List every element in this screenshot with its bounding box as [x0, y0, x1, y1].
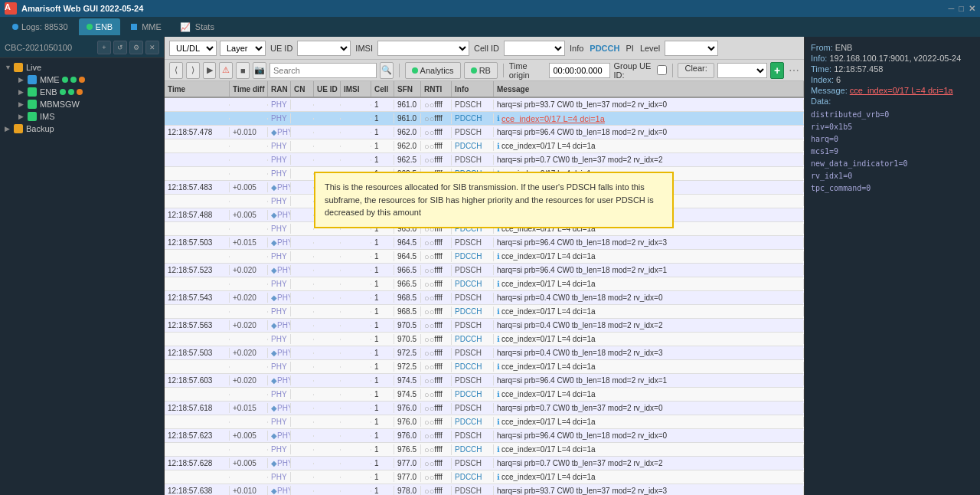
rb-btn[interactable]: RB [464, 62, 498, 79]
table-row[interactable]: PHY 1 970.5 ○○ffff PDCCH ℹ cce_index=0/1… [165, 333, 804, 346]
play-btn[interactable]: ▶ [203, 62, 217, 79]
diamond-icon: ◆ [271, 266, 277, 274]
td-timediff: +0.010 [230, 127, 268, 137]
time-origin-input[interactable] [549, 63, 610, 78]
tab-logs[interactable]: Logs: 88530 [5, 18, 76, 35]
td-sfn: 972.5 [394, 362, 421, 372]
td-ran: ◆ PHY [268, 458, 291, 468]
table-row[interactable]: 12:18:57.503 +0.015 ◆ PHY 1 964.5 ○○ffff… [165, 236, 804, 250]
table-row[interactable]: 12:18:57.628 +0.005 ◆ PHY 1 977.0 ○○ffff… [165, 457, 804, 470]
toolbar1: UL/DL Layer UE ID IMSI Cell ID Info PDCC… [165, 37, 804, 60]
table-row[interactable]: PHY 1 962.5 ○○ffff PDSCH harq=si prb=0.7… [165, 153, 804, 167]
tab-mme[interactable]: MME [123, 18, 169, 35]
search-input[interactable] [270, 63, 377, 78]
table-row[interactable]: 12:18:57.523 +0.020 ◆ PHY 1 966.5 ○○ffff… [165, 264, 804, 277]
table-row[interactable]: PHY 1 966.5 ○○ffff PDCCH ℹ cce_index=0/1… [165, 277, 804, 291]
td-time: 12:18:57.488 [165, 210, 230, 220]
nav-fwd-btn[interactable]: ⟩ [186, 62, 200, 79]
group-ue-label: Group UE ID: [613, 61, 653, 80]
td-imsi [341, 311, 371, 313]
cellid-select[interactable] [504, 41, 565, 56]
ueid-select[interactable] [297, 41, 351, 56]
td-message: ℹ cce_index=0/17 L=4 dci=1a [494, 444, 804, 454]
clear-select[interactable] [717, 63, 767, 78]
table-row[interactable]: PHY 1 961.0 ○○ffff PDCCH ℹ cce_index=0/1… [165, 112, 804, 126]
tab-stats[interactable]: 📈 Stats [172, 18, 222, 35]
td-info: PDCCH [452, 389, 494, 399]
server-icon-mbmsgw [28, 100, 37, 109]
search-btn[interactable]: 🔍 [380, 62, 394, 79]
tab-enb[interactable]: ENB [79, 18, 121, 35]
warning-btn[interactable]: ⚠ [219, 62, 233, 79]
window-maximize[interactable]: □ [959, 4, 964, 14]
td-cell: 1 [371, 100, 394, 110]
td-sfn: 962.5 [394, 155, 421, 165]
sidebar-item-live[interactable]: ▼ Live [0, 61, 164, 74]
sidebar-btn-1[interactable]: + [97, 41, 111, 54]
more-btn[interactable]: ⋯ [789, 64, 799, 77]
table-row[interactable]: PHY 1 964.5 ○○ffff PDCCH ℹ cce_index=0/1… [165, 250, 804, 264]
rp-time: Time: 12:18:57.458 [811, 64, 974, 74]
table-row[interactable]: PHY 1 977.0 ○○ffff PDCCH ℹ cce_index=0/1… [165, 470, 804, 484]
td-ran: PHY [268, 389, 291, 399]
stop-btn[interactable]: ■ [236, 62, 250, 79]
sidebar-btn-3[interactable]: ⚙ [129, 41, 143, 54]
sidebar-item-mbmsgw[interactable]: ▶ MBMSGW [0, 98, 164, 110]
screenshot-btn[interactable]: 📷 [253, 62, 266, 79]
table-row[interactable]: 12:18:57.618 +0.015 ◆ PHY 1 976.0 ○○ffff… [165, 402, 804, 415]
table-header: Time Time diff RAN CN UE ID IMSI Cell SF… [165, 81, 804, 98]
window-minimize[interactable]: ─ [949, 4, 955, 14]
rp-time-value: 12:18:57.458 [834, 64, 883, 74]
layer-select[interactable]: Layer [220, 41, 266, 56]
level-select[interactable] [665, 41, 718, 56]
window-close[interactable]: ✕ [969, 4, 975, 14]
sidebar-item-ims[interactable]: ▶ IMS [0, 110, 164, 123]
rp-message-label: Message: [811, 86, 848, 95]
sidebar-item-backup[interactable]: ▶ Backup [0, 123, 164, 135]
tooltip-text: This is the resources allocated for SIB … [325, 182, 654, 217]
table-row[interactable]: 12:18:57.478 +0.010 ◆ PHY 1 962.0 ○○ffff… [165, 126, 804, 139]
table-row[interactable]: 12:18:57.563 +0.020 ◆ PHY 1 970.5 ○○ffff… [165, 319, 804, 333]
tree-arrow-mbmsgw: ▶ [18, 100, 26, 108]
td-time: 12:18:57.563 [165, 320, 230, 330]
table-row[interactable]: 12:18:57.503 +0.020 ◆ PHY 1 972.5 ○○ffff… [165, 346, 804, 360]
table-row[interactable]: PHY 1 976.5 ○○ffff PDCCH ℹ cce_index=0/1… [165, 443, 804, 457]
sidebar-close[interactable]: ✕ [145, 41, 159, 54]
time-origin-label: Time origin [509, 61, 542, 80]
analytics-btn[interactable]: Analytics [405, 62, 461, 79]
td-time [165, 366, 230, 368]
table-row[interactable]: 12:18:57.543 +0.020 ◆ PHY 1 968.5 ○○ffff… [165, 291, 804, 305]
td-info: PDSCH [452, 238, 494, 248]
td-ran: ◆ PHY [268, 431, 291, 441]
table-row[interactable]: 12:18:57.623 +0.005 ◆ PHY 1 976.0 ○○ffff… [165, 429, 804, 443]
td-time: 12:18:57.628 [165, 458, 230, 468]
td-sfn: 968.5 [394, 307, 421, 316]
folder-icon-backup [14, 124, 23, 133]
td-timediff [230, 146, 268, 147]
td-rnti: ○○ffff [421, 238, 452, 248]
table-row[interactable]: PHY 1 976.0 ○○ffff PDCCH ℹ cce_index=0/1… [165, 415, 804, 429]
group-ue-checkbox[interactable] [657, 65, 667, 75]
tab-bar: Logs: 88530 ENB MME 📈 Stats [0, 17, 980, 37]
td-time [165, 284, 230, 285]
table-row[interactable]: 12:18:57.603 +0.020 ◆ PHY 1 974.5 ○○ffff… [165, 374, 804, 388]
table-row[interactable]: PHY 1 974.5 ○○ffff PDCCH ℹ cce_index=0/1… [165, 388, 804, 402]
sidebar-item-mme[interactable]: ▶ MME [0, 74, 164, 86]
td-timediff: +0.015 [230, 403, 268, 413]
td-ueid [314, 449, 341, 451]
add-btn[interactable]: + [770, 62, 784, 79]
td-cn [291, 366, 314, 368]
td-ran: PHY [268, 417, 291, 427]
sidebar-btn-2[interactable]: ↺ [113, 41, 127, 54]
td-time [165, 201, 230, 202]
sidebar-item-enb[interactable]: ▶ ENB [0, 86, 164, 98]
table-row[interactable]: PHY 1 961.0 ○○ffff PDSCH harq=si prb=93.… [165, 98, 804, 112]
nav-back-btn[interactable]: ⟨ [169, 62, 183, 79]
imsi-select[interactable] [377, 41, 469, 56]
uldl-select[interactable]: UL/DL [169, 41, 217, 56]
table-row[interactable]: PHY 1 962.0 ○○ffff PDCCH ℹ cce_index=0/1… [165, 139, 804, 153]
table-row[interactable]: PHY 1 972.5 ○○ffff PDCCH ℹ cce_index=0/1… [165, 360, 804, 374]
td-cn [291, 311, 314, 313]
table-row[interactable]: 12:18:57.638 +0.010 ◆ PHY 1 978.0 ○○ffff… [165, 484, 804, 495]
table-row[interactable]: PHY 1 968.5 ○○ffff PDCCH ℹ cce_index=0/1… [165, 305, 804, 319]
